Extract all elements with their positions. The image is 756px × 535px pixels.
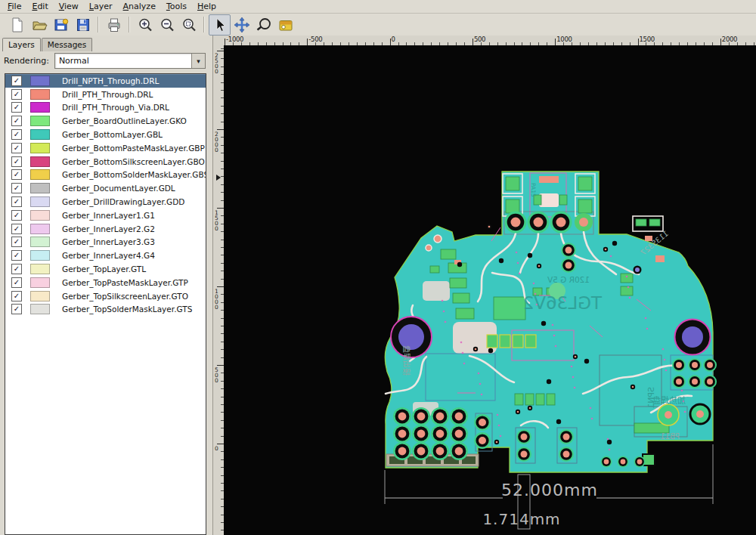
layer-row[interactable]: ✓Gerber_TopSolderMaskLayer.GTS xyxy=(5,303,206,317)
layer-color-swatch[interactable] xyxy=(30,210,50,221)
layer-color-swatch[interactable] xyxy=(30,224,50,234)
revert-button[interactable] xyxy=(50,14,72,36)
chevron-down-icon[interactable]: ▾ xyxy=(191,54,205,68)
layer-visibility-checkbox[interactable]: ✓ xyxy=(11,210,22,221)
menu-analyze[interactable]: Analyze xyxy=(119,1,162,12)
layer-visibility-checkbox[interactable]: ✓ xyxy=(11,277,22,288)
save-icon xyxy=(75,17,91,33)
layer-visibility-checkbox[interactable]: ✓ xyxy=(11,76,22,86)
tab-layers[interactable]: Layers xyxy=(2,38,41,51)
layer-color-swatch[interactable] xyxy=(30,129,50,140)
cursor-position-marker xyxy=(216,175,221,181)
layer-color-swatch[interactable] xyxy=(30,116,50,126)
layer-row[interactable]: ✓Gerber_DrillDrawingLayer.GDD xyxy=(5,195,206,209)
pan-tool-button[interactable] xyxy=(231,14,253,36)
open-file-button[interactable] xyxy=(28,14,50,36)
layer-row[interactable]: ✓Gerber_InnerLayer1.G1 xyxy=(5,209,206,222)
layer-color-swatch[interactable] xyxy=(30,250,50,261)
layer-row[interactable]: ✓Gerber_TopPasteMaskLayer.GTP xyxy=(5,276,206,289)
layer-row[interactable]: ✓Gerber_InnerLayer4.G4 xyxy=(5,249,206,262)
rendering-value: Normal xyxy=(55,56,191,66)
ruler-tick xyxy=(472,39,473,45)
layer-color-swatch[interactable] xyxy=(30,76,50,86)
layer-color-swatch[interactable] xyxy=(30,291,50,302)
save-button[interactable] xyxy=(72,14,94,36)
gerber-canvas[interactable]: -1000-5000500100015002000 25002000150010… xyxy=(213,36,756,535)
pcb-board-drawing: TGL36V2 120R G 5V SPN1 PB11 PA15 1135327… xyxy=(224,45,756,535)
layer-visibility-checkbox[interactable]: ✓ xyxy=(11,116,22,126)
menu-tools[interactable]: Tools xyxy=(162,1,193,12)
layer-visibility-checkbox[interactable]: ✓ xyxy=(11,183,22,193)
layer-visibility-checkbox[interactable]: ✓ xyxy=(11,264,22,274)
pointer-tool-button[interactable] xyxy=(209,14,231,36)
layer-color-swatch[interactable] xyxy=(30,102,50,113)
ruler-tick xyxy=(720,39,721,45)
height-dimension-label: 1.714mm xyxy=(482,510,560,528)
layer-row[interactable]: ✓Gerber_DocumentLayer.GDL xyxy=(5,181,206,195)
revert-icon xyxy=(53,17,70,33)
layer-row[interactable]: ✓Gerber_BoardOutlineLayer.GKO xyxy=(5,114,206,128)
layer-row[interactable]: ✓Gerber_BottomSolderMaskLayer.GBS xyxy=(5,169,206,182)
layer-color-swatch[interactable] xyxy=(30,277,50,288)
layer-visibility-checkbox[interactable]: ✓ xyxy=(11,196,22,207)
menu-layer[interactable]: Layer xyxy=(85,1,119,12)
zoom-in-button[interactable] xyxy=(134,14,156,36)
layer-color-swatch[interactable] xyxy=(30,237,50,247)
layer-name: Drill_PTH_Through_Via.DRL xyxy=(62,103,169,112)
layer-row[interactable]: ✓Gerber_BottomSilkscreenLayer.GBO xyxy=(5,155,206,169)
layer-row[interactable]: ✓Gerber_BottomLayer.GBL xyxy=(5,128,206,141)
layer-row[interactable]: ✓Drill_PTH_Through.DRL xyxy=(5,88,206,101)
layer-visibility-checkbox[interactable]: ✓ xyxy=(11,304,22,314)
layer-name: Gerber_InnerLayer3.G3 xyxy=(62,237,155,246)
menu-help[interactable]: Help xyxy=(193,1,222,12)
layer-visibility-checkbox[interactable]: ✓ xyxy=(11,224,22,234)
layer-row[interactable]: ✓Gerber_BottomPasteMaskLayer.GBP xyxy=(5,141,206,155)
rendering-dropdown[interactable]: Normal ▾ xyxy=(54,53,206,69)
layer-row[interactable]: ✓Gerber_TopLayer.GTL xyxy=(5,262,206,276)
tab-messages[interactable]: Messages xyxy=(42,38,93,51)
layer-color-swatch[interactable] xyxy=(30,196,50,207)
ruler-tick-label: 0 xyxy=(392,36,395,43)
ruler-tick-label: 500 xyxy=(474,36,485,43)
ruler-tick xyxy=(217,51,224,51)
layer-row[interactable]: ✓Drill_NPTH_Through.DRL xyxy=(5,74,206,88)
zoom-out-button[interactable] xyxy=(156,14,178,36)
layer-name: Drill_NPTH_Through.DRL xyxy=(62,76,159,85)
zoom-box-tool-button[interactable] xyxy=(253,14,274,36)
ruler-tick-label: 1000 xyxy=(214,288,219,309)
menu-file[interactable]: File xyxy=(3,1,27,12)
layer-color-swatch[interactable] xyxy=(30,183,50,193)
layer-color-swatch[interactable] xyxy=(30,89,50,100)
zoom-fit-button[interactable] xyxy=(178,14,200,36)
layer-row[interactable]: ✓Gerber_InnerLayer3.G3 xyxy=(5,236,206,249)
layer-row[interactable]: ✓Gerber_TopSilkscreenLayer.GTO xyxy=(5,289,206,303)
ruler-tick-label: 2000 xyxy=(214,131,219,152)
layer-visibility-checkbox[interactable]: ✓ xyxy=(11,237,22,247)
measure-tool-button[interactable] xyxy=(274,14,296,36)
layer-visibility-checkbox[interactable]: ✓ xyxy=(11,169,22,180)
layer-color-swatch[interactable] xyxy=(30,304,50,314)
layer-color-swatch[interactable] xyxy=(30,169,50,180)
layer-visibility-checkbox[interactable]: ✓ xyxy=(11,129,22,140)
new-file-button[interactable] xyxy=(6,14,28,36)
layer-visibility-checkbox[interactable]: ✓ xyxy=(11,102,22,113)
layer-visibility-checkbox[interactable]: ✓ xyxy=(11,250,22,261)
layer-name: Gerber_InnerLayer1.G1 xyxy=(62,211,155,220)
layer-visibility-checkbox[interactable]: ✓ xyxy=(11,143,22,153)
h-ruler: -1000-5000500100015002000 xyxy=(224,36,756,46)
layer-visibility-checkbox[interactable]: ✓ xyxy=(11,89,22,100)
layer-row[interactable]: ✓Gerber_InnerLayer2.G2 xyxy=(5,222,206,236)
layer-color-swatch[interactable] xyxy=(30,264,50,274)
print-button[interactable] xyxy=(103,14,125,36)
layer-color-swatch[interactable] xyxy=(30,143,50,153)
menu-view[interactable]: View xyxy=(54,1,85,12)
layer-visibility-checkbox[interactable]: ✓ xyxy=(11,291,22,302)
layer-color-swatch[interactable] xyxy=(30,156,50,167)
layer-visibility-checkbox[interactable]: ✓ xyxy=(11,156,22,167)
svg-text:加热焊盘: 加热焊盘 xyxy=(652,395,686,406)
svg-text:PB11: PB11 xyxy=(660,432,680,441)
ruler-tick xyxy=(217,286,224,287)
menu-edit[interactable]: Edit xyxy=(27,1,54,12)
pcb-viewport[interactable]: TGL36V2 120R G 5V SPN1 PB11 PA15 1135327… xyxy=(224,45,756,535)
layer-row[interactable]: ✓Drill_PTH_Through_Via.DRL xyxy=(5,101,206,115)
